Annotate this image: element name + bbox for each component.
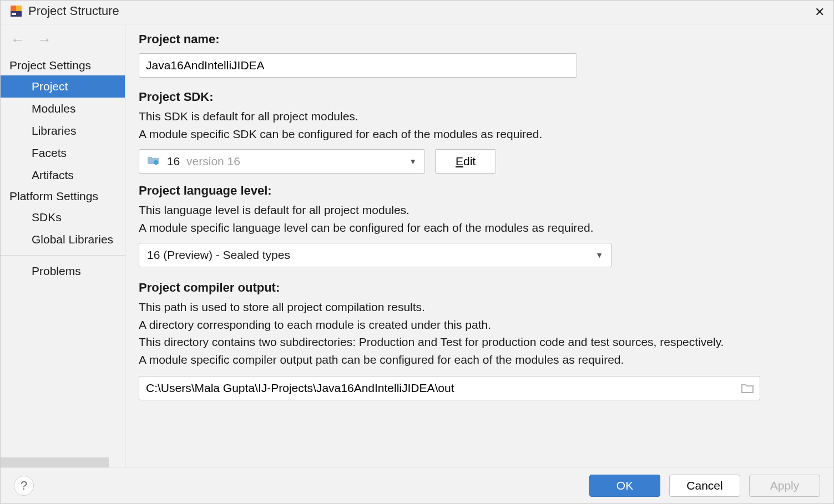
compiler-output-desc-2: A directory corresponding to each module… (139, 316, 820, 334)
browse-folder-icon[interactable] (735, 376, 760, 400)
svg-rect-3 (12, 13, 16, 15)
project-sdk-combo[interactable]: 16 version 16 ▼ (139, 149, 425, 174)
sdk-value-strong: 16 (167, 155, 180, 167)
chevron-down-icon: ▼ (595, 251, 603, 259)
project-structure-dialog: Project Structure ✕ ← → Project Settings… (0, 0, 834, 504)
compiler-output-input[interactable] (139, 381, 735, 395)
language-level-desc-1: This language level is default for all p… (139, 201, 820, 219)
sdk-value-dim: version 16 (186, 155, 240, 167)
intellij-icon (9, 4, 23, 18)
help-button[interactable]: ? (14, 476, 34, 496)
ok-button[interactable]: OK (589, 475, 660, 497)
sidebar-item-problems[interactable]: Problems (1, 260, 125, 282)
project-sdk-desc-1: This SDK is default for all project modu… (139, 108, 820, 125)
sidebar-scrollbar[interactable] (1, 457, 109, 467)
project-sdk-desc-2: A module specific SDK can be configured … (139, 125, 820, 143)
close-icon[interactable]: ✕ (815, 5, 825, 19)
main-panel: Project name: Project SDK: This SDK is d… (125, 24, 833, 467)
sidebar: ← → Project Settings Project Modules Lib… (1, 24, 125, 467)
sidebar-item-libraries[interactable]: Libraries (1, 120, 125, 142)
svg-point-4 (154, 160, 158, 165)
language-level-desc-2: A module specific language level can be … (139, 219, 820, 237)
compiler-output-desc-1: This path is used to store all project c… (139, 298, 820, 316)
sidebar-item-facets[interactable]: Facets (1, 142, 125, 164)
language-level-combo[interactable]: 16 (Preview) - Sealed types ▼ (139, 243, 611, 267)
nav-arrows: ← → (1, 24, 125, 55)
svg-rect-1 (11, 6, 16, 11)
back-arrow-icon[interactable]: ← (11, 32, 25, 47)
edit-sdk-button[interactable]: Edit (435, 149, 496, 174)
sidebar-item-global-libraries[interactable]: Global Libraries (1, 228, 125, 251)
project-name-input[interactable] (139, 53, 577, 78)
forward-arrow-icon[interactable]: → (37, 32, 52, 47)
apply-button[interactable]: Apply (749, 475, 820, 497)
project-sdk-label: Project SDK: (139, 90, 820, 104)
titlebar: Project Structure ✕ (1, 1, 833, 24)
chevron-down-icon: ▼ (409, 157, 417, 166)
sidebar-item-modules[interactable]: Modules (1, 98, 125, 120)
language-level-value: 16 (Preview) - Sealed types (147, 248, 290, 262)
sidebar-item-artifacts[interactable]: Artifacts (1, 164, 125, 186)
jdk-folder-icon (147, 155, 159, 165)
cancel-button[interactable]: Cancel (669, 475, 740, 497)
sidebar-separator (1, 255, 125, 256)
project-name-label: Project name: (139, 32, 820, 47)
sidebar-item-sdks[interactable]: SDKs (1, 206, 125, 228)
compiler-output-field (139, 376, 760, 400)
dialog-footer: ? OK Cancel Apply (1, 468, 833, 503)
group-header-platform-settings: Platform Settings (1, 186, 125, 206)
dialog-body: ← → Project Settings Project Modules Lib… (1, 24, 833, 468)
group-header-project-settings: Project Settings (1, 55, 125, 75)
compiler-output-desc-4: A module specific compiler output path c… (139, 351, 820, 369)
dialog-title: Project Structure (28, 4, 119, 18)
svg-rect-2 (16, 6, 22, 11)
compiler-output-label: Project compiler output: (139, 281, 820, 295)
compiler-output-desc-3: This directory contains two subdirectori… (139, 333, 820, 351)
language-level-label: Project language level: (139, 184, 820, 198)
sidebar-item-project[interactable]: Project (1, 75, 125, 98)
